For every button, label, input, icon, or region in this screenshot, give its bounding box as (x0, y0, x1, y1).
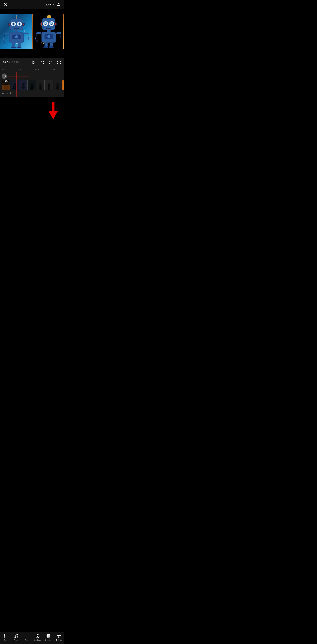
svg-point-22 (8, 24, 10, 25)
svg-point-108 (56, 85, 59, 90)
arrow-head (48, 111, 58, 120)
arrow-area (0, 97, 64, 130)
svg-rect-63 (46, 28, 51, 29)
svg-point-17 (12, 23, 14, 25)
svg-rect-68 (36, 32, 41, 34)
svg-point-29 (15, 35, 18, 38)
svg-line-34 (4, 40, 4, 43)
clip-3[interactable] (19, 80, 28, 90)
ruler-mark-3: 00:06 (51, 69, 55, 70)
resolution-label: 1080P (46, 3, 52, 6)
svg-point-62 (55, 23, 56, 25)
export-button[interactable] (56, 2, 62, 7)
svg-point-105 (48, 85, 50, 90)
svg-text:|: | (24, 30, 25, 32)
clip-5[interactable] (36, 80, 44, 90)
globe-icon (2, 74, 7, 79)
svg-point-103 (39, 84, 42, 86)
current-time: 00:03 (3, 61, 10, 64)
svg-rect-77 (49, 46, 54, 48)
svg-point-56 (51, 23, 52, 24)
clip-4[interactable] (28, 80, 36, 90)
timeline-ruler: 00:00 00:02 00:04 00:06 (0, 67, 64, 72)
timeline-area: ↻ 1.9x (0, 72, 64, 97)
resolution-chevron-icon: ▾ (53, 4, 54, 6)
svg-point-18 (18, 23, 20, 25)
top-bar-right: 1080P ▾ (46, 2, 62, 7)
svg-point-20 (19, 24, 20, 24)
progress-bar (8, 76, 29, 76)
clip-2[interactable] (10, 80, 19, 90)
bottom-spacer (0, 130, 64, 143)
svg-point-90 (14, 83, 16, 85)
svg-point-42 (16, 15, 17, 16)
controls-bar: 00:03 / 12:10 (0, 58, 64, 67)
svg-rect-2 (58, 6, 60, 6)
undo-button[interactable] (40, 60, 45, 65)
middle-spacer (0, 49, 64, 58)
svg-rect-26 (14, 30, 18, 32)
ruler-mark-2: 00:04 (35, 69, 39, 70)
clips-track: ↻ 1.9x (0, 79, 64, 91)
play-button[interactable] (31, 60, 37, 66)
redo-button[interactable] (48, 60, 53, 65)
svg-point-70 (35, 38, 36, 39)
ruler-mark-1: 00:02 (18, 69, 22, 70)
svg-point-99 (31, 83, 33, 85)
svg-marker-78 (33, 61, 35, 64)
svg-point-60 (41, 23, 42, 25)
top-bar: 1080P ▾ (0, 0, 64, 9)
ruler-mark-0: 00:00 (2, 69, 6, 70)
speed-value: 1.9x (5, 80, 8, 82)
svg-rect-111 (63, 81, 64, 89)
svg-point-102 (39, 85, 42, 90)
playhead-triangle (15, 72, 18, 72)
time-display: 00:03 / 12:10 (3, 61, 18, 64)
svg-point-86 (7, 84, 8, 85)
playback-controls (31, 60, 62, 66)
add-audio-row[interactable]: Add audio (0, 91, 64, 96)
svg-point-98 (30, 85, 34, 90)
resolution-button[interactable]: 1080P ▾ (46, 3, 54, 6)
total-time: 12:10 (12, 61, 18, 64)
clip-7[interactable] (53, 80, 62, 90)
svg-rect-72 (56, 32, 61, 34)
svg-rect-64 (47, 30, 50, 32)
svg-text:○: ○ (6, 28, 6, 30)
svg-text:1: 1 (26, 28, 26, 30)
svg-rect-31 (24, 32, 29, 34)
arrow-indicator (48, 102, 58, 120)
robot-right-svg: LIV ? AO'S (32, 14, 64, 49)
fullscreen-button[interactable] (56, 60, 62, 65)
svg-point-24 (22, 24, 24, 25)
speed-icon: ↻ (3, 80, 4, 82)
svg-rect-40 (16, 46, 21, 48)
svg-point-55 (45, 23, 46, 24)
svg-point-57 (45, 23, 46, 24)
undo-icon (40, 60, 44, 64)
svg-text:IIIIPY: IIIIPY (4, 44, 8, 46)
svg-rect-30 (4, 32, 9, 34)
clip-6[interactable] (44, 80, 53, 90)
clip-8[interactable] (62, 80, 64, 90)
svg-point-109 (56, 84, 59, 86)
svg-rect-76 (44, 46, 48, 48)
arrow-stem (52, 102, 54, 111)
svg-text:✈: ✈ (2, 19, 4, 21)
video-right-panel: LIV ? AO'S (32, 14, 64, 49)
fullscreen-icon (57, 60, 61, 64)
svg-point-67 (47, 35, 50, 38)
time-separator: / (10, 61, 12, 64)
globe-track (0, 73, 64, 79)
top-spacer (0, 9, 64, 14)
close-button[interactable] (3, 2, 8, 7)
svg-point-36 (28, 38, 29, 40)
svg-point-58 (51, 23, 52, 24)
speed-badge: ↻ 1.9x (2, 80, 9, 82)
svg-rect-87 (2, 85, 10, 90)
playhead (16, 72, 16, 97)
svg-point-19 (13, 24, 13, 24)
video-left-panel: tok ✈ ∫ ○ △ tonT IIIIPY | 1 (0, 14, 32, 49)
svg-point-85 (4, 84, 6, 85)
svg-rect-39 (11, 46, 16, 48)
